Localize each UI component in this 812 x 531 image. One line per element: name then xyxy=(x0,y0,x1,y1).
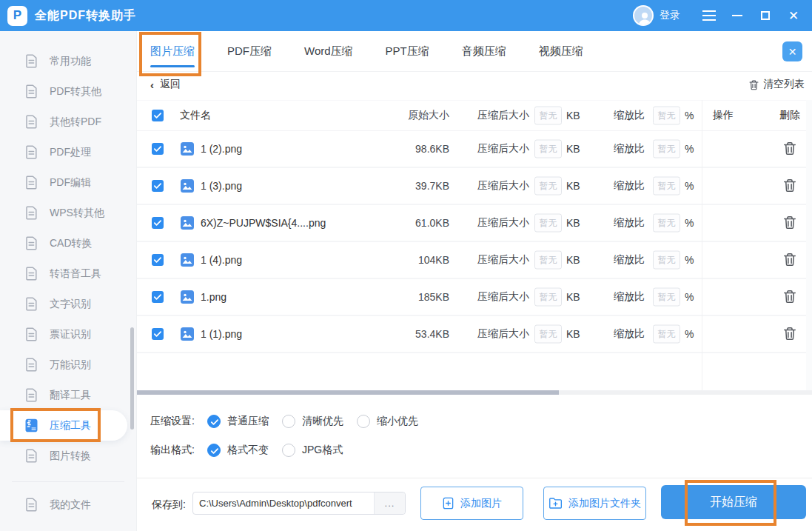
save-path-input[interactable] xyxy=(193,492,374,514)
compressed-size-label: 压缩后大小 xyxy=(477,216,529,230)
sidebar-item-image-convert[interactable]: 图片转换 xyxy=(0,441,136,471)
back-button[interactable]: ‹ 返回 xyxy=(150,78,181,91)
sidebar-item-wps-to-other[interactable]: WPS转其他 xyxy=(0,198,136,228)
pdf-process-icon xyxy=(24,144,39,160)
select-all-checkbox[interactable] xyxy=(152,110,164,121)
sidebar-item-text-ocr[interactable]: 文字识别 xyxy=(0,289,136,319)
folder-plus-icon xyxy=(548,497,563,510)
wps-to-other-icon xyxy=(24,205,39,221)
image-file-icon xyxy=(180,216,195,230)
delete-row-button[interactable] xyxy=(782,141,799,157)
ticket-ocr-icon xyxy=(24,327,39,342)
table-row: 1 (4).png 104KB 压缩后大小 暂无 KB 缩放比 暂无 % xyxy=(137,242,812,279)
tab-word-compress[interactable]: Word压缩 xyxy=(304,31,353,72)
option-keep-format[interactable]: 格式不变 xyxy=(207,444,269,457)
radio-icon xyxy=(282,444,295,457)
maximize-button[interactable] xyxy=(751,0,779,31)
row-checkbox[interactable] xyxy=(152,143,164,155)
option-clarity-first[interactable]: 清晰优先 xyxy=(282,415,343,428)
ratio-value: 暂无 xyxy=(653,107,680,125)
file-plus-icon xyxy=(442,497,454,510)
trash-icon xyxy=(748,79,759,90)
row-checkbox[interactable] xyxy=(152,291,164,303)
file-name: 1 (2).png xyxy=(201,143,242,155)
save-path-box: ... xyxy=(192,492,406,515)
file-name: 1 (1).png xyxy=(201,328,242,340)
kb-unit: KB xyxy=(566,254,580,266)
sidebar-item-pdf-to-other[interactable]: PDF转其他 xyxy=(0,76,136,107)
translate-icon xyxy=(24,387,39,403)
minimize-button[interactable] xyxy=(723,0,751,31)
user-avatar[interactable] xyxy=(633,5,654,26)
table-row: 1 (2).png 98.6KB 压缩后大小 暂无 KB 缩放比 暂无 % xyxy=(137,131,812,168)
file-list: 1 (2).png 98.6KB 压缩后大小 暂无 KB 缩放比 暂无 % 1 … xyxy=(137,131,812,353)
sidebar-item-universal-ocr[interactable]: 万能识别 xyxy=(0,350,136,380)
delete-row-button[interactable] xyxy=(782,252,799,268)
compressed-size-value: 暂无 xyxy=(534,214,562,233)
sidebar-item-common-tools[interactable]: 常用功能 xyxy=(0,46,136,76)
tab-pdf-compress[interactable]: PDF压缩 xyxy=(227,31,272,72)
option-jpg-format[interactable]: JPG格式 xyxy=(282,444,343,457)
radio-selected-icon xyxy=(207,444,221,457)
sidebar-item-compress-tools[interactable]: 压缩工具 xyxy=(0,410,127,441)
pdf-to-other-icon xyxy=(24,84,39,99)
image-file-icon xyxy=(180,290,195,304)
clear-list-button[interactable]: 清空列表 xyxy=(748,78,805,91)
table-vscrollbar[interactable] xyxy=(806,100,812,390)
option-label: 缩小优先 xyxy=(377,415,418,428)
col-filename: 文件名 xyxy=(180,109,211,122)
sidebar-item-label: 万能识别 xyxy=(50,358,91,372)
delete-row-button[interactable] xyxy=(782,326,799,342)
ratio-label: 缩放比 xyxy=(614,179,645,193)
compressed-size-value: 暂无 xyxy=(534,325,562,344)
login-button[interactable]: 登录 xyxy=(660,9,680,22)
sidebar-item-to-speech[interactable]: 转语音工具 xyxy=(0,258,136,289)
sidebar-item-label: 压缩工具 xyxy=(50,419,91,433)
row-checkbox[interactable] xyxy=(152,328,164,340)
delete-row-button[interactable] xyxy=(782,178,799,194)
sidebar-item-cad-convert[interactable]: CAD转换 xyxy=(0,228,136,258)
close-panel-button[interactable]: ✕ xyxy=(782,41,802,61)
tab-video-compress[interactable]: 视频压缩 xyxy=(539,31,583,72)
tab-audio-compress[interactable]: 音频压缩 xyxy=(462,31,506,72)
sidebar-item-ticket-ocr[interactable]: 票证识别 xyxy=(0,319,136,350)
delete-row-button[interactable] xyxy=(782,215,799,231)
sidebar-item-pdf-process[interactable]: PDF处理 xyxy=(0,137,136,167)
add-image-folder-button[interactable]: 添加图片文件夹 xyxy=(543,487,646,520)
kb-unit: KB xyxy=(566,110,580,121)
compression-setting-row: 压缩设置: 普通压缩 清晰优先 缩小优先 xyxy=(137,407,812,435)
option-label: 清晰优先 xyxy=(302,415,343,428)
radio-icon xyxy=(357,415,370,428)
sidebar-item-pdf-edit[interactable]: PDF编辑 xyxy=(0,167,136,198)
tab-ppt-compress[interactable]: PPT压缩 xyxy=(386,31,429,72)
ratio-value: 暂无 xyxy=(653,288,680,307)
app-title: 全能PDF转换助手 xyxy=(35,8,136,24)
sidebar-scrollbar[interactable] xyxy=(130,327,134,430)
sidebar-item-translate[interactable]: 翻译工具 xyxy=(0,380,136,410)
add-images-button[interactable]: 添加图片 xyxy=(420,487,523,520)
tab-image-compress[interactable]: 图片压缩 xyxy=(150,31,195,72)
row-checkbox[interactable] xyxy=(152,254,164,266)
compressed-size-label: 压缩后大小 xyxy=(477,327,529,341)
row-checkbox[interactable] xyxy=(152,180,164,192)
file-name: 1.png xyxy=(201,291,227,303)
start-compress-button[interactable]: 开始压缩 xyxy=(661,485,806,519)
delete-row-button[interactable] xyxy=(782,289,799,305)
kb-unit: KB xyxy=(566,180,580,192)
percent-unit: % xyxy=(685,143,694,155)
compressed-size-value: 暂无 xyxy=(534,251,562,270)
table-row: 6X)Z~PUJPW$SIA{4....png 61.0KB 压缩后大小 暂无 … xyxy=(137,205,812,242)
sidebar-item-my-files[interactable]: 我的文件 xyxy=(0,490,136,520)
browse-button[interactable]: ... xyxy=(374,492,405,514)
col-ratio: 缩放比 xyxy=(614,109,645,122)
sidebar-item-label: PDF转其他 xyxy=(50,85,101,98)
close-window-button[interactable]: ✕ xyxy=(779,0,808,31)
file-size: 39.7KB xyxy=(381,180,449,192)
row-checkbox[interactable] xyxy=(152,217,164,229)
sidebar-item-other-to-pdf[interactable]: 其他转PDF xyxy=(0,107,136,137)
image-file-icon xyxy=(180,178,195,193)
output-format-label: 输出格式: xyxy=(150,444,207,457)
option-normal-compress[interactable]: 普通压缩 xyxy=(207,415,269,428)
menu-button[interactable] xyxy=(695,0,723,31)
option-size-first[interactable]: 缩小优先 xyxy=(357,415,418,428)
